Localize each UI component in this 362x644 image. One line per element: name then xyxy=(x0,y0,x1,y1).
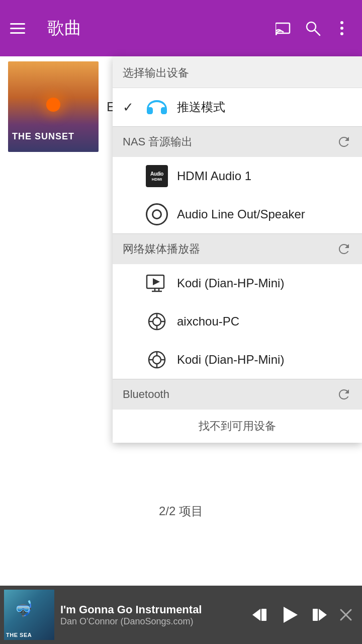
svg-point-6 xyxy=(340,32,343,35)
sync-icon xyxy=(145,309,169,334)
next-button[interactable] xyxy=(306,601,334,629)
svg-rect-28 xyxy=(313,609,318,621)
player-thumb-label: THE SEA xyxy=(4,630,34,640)
svg-marker-24 xyxy=(252,609,260,621)
svg-rect-25 xyxy=(261,609,266,621)
aixchou-item[interactable]: aixchou-PC xyxy=(113,302,362,341)
search-button[interactable] xyxy=(303,18,323,38)
nas-refresh-button[interactable] xyxy=(336,134,352,150)
nas-section-header: NAS 音源输出 xyxy=(113,126,362,157)
player-bar: THE SEA I'm Gonna Go Instrumental Dan O'… xyxy=(0,586,362,644)
main-content: THE SUNSET En la Brisa 选择输出设备 ✓ 推送模式 NAS… xyxy=(0,56,362,586)
kodi2-item[interactable]: Kodi (Dian-HP-Mini) xyxy=(113,341,362,379)
player-info[interactable]: I'm Gonna Go Instrumental Dan O'Connor (… xyxy=(54,603,245,627)
prev-button[interactable] xyxy=(245,601,274,629)
no-device-text: 找不到可用设备 xyxy=(199,420,276,432)
svg-marker-26 xyxy=(284,607,298,623)
player-thumbnail[interactable]: THE SEA xyxy=(4,590,54,640)
bluetooth-refresh-button[interactable] xyxy=(336,386,352,403)
aixchou-label: aixchou-PC xyxy=(177,314,352,329)
app-header: 歌曲 xyxy=(0,0,362,56)
kodi1-label: Kodi (Dian-HP-Mini) xyxy=(177,276,352,290)
network-refresh-button[interactable] xyxy=(336,241,352,257)
headphones-icon xyxy=(145,95,169,119)
network-section-header: 网络媒体播放器 xyxy=(113,233,362,264)
song-thumbnail: THE SUNSET xyxy=(8,61,99,152)
network-section-label: 网络媒体播放器 xyxy=(123,242,200,257)
bluetooth-section-header: Bluetooth xyxy=(113,379,362,410)
kodi1-item[interactable]: Kodi (Dian-HP-Mini) xyxy=(113,264,362,302)
status-text: 2/2 项目 xyxy=(159,504,203,518)
hdmi-audio-item[interactable]: Audio HDMI HDMI Audio 1 xyxy=(113,157,362,195)
sync-icon2 xyxy=(145,348,169,372)
push-mode-item[interactable]: ✓ 推送模式 xyxy=(113,88,362,126)
nas-section-label: NAS 音源输出 xyxy=(123,134,193,149)
player-title: I'm Gonna Go Instrumental xyxy=(60,603,239,616)
lineout-item[interactable]: Audio Line Out/Speaker xyxy=(113,195,362,233)
status-bar: 2/2 项目 xyxy=(0,495,362,527)
lineout-label: Audio Line Out/Speaker xyxy=(177,207,352,221)
play-button[interactable] xyxy=(276,601,304,629)
no-device-message: 找不到可用设备 xyxy=(113,410,362,443)
more-button[interactable] xyxy=(332,18,352,38)
svg-point-19 xyxy=(153,356,161,364)
dropdown-title: 选择输出设备 xyxy=(123,66,189,79)
page-title: 歌曲 xyxy=(47,17,274,40)
player-artist: Dan O'Connor (DanoSongs.com) xyxy=(60,616,239,627)
bluetooth-section-label: Bluetooth xyxy=(123,388,169,401)
cast-button[interactable] xyxy=(274,18,294,38)
push-mode-label: 推送模式 xyxy=(177,99,352,115)
speaker-icon xyxy=(145,202,169,226)
svg-marker-27 xyxy=(319,609,327,621)
svg-point-4 xyxy=(340,21,343,24)
menu-button[interactable] xyxy=(10,17,32,39)
svg-marker-8 xyxy=(153,278,160,285)
song-thumb-label: THE SUNSET xyxy=(12,131,74,142)
close-button[interactable] xyxy=(334,603,358,627)
hdmi-audio-label: HDMI Audio 1 xyxy=(177,169,352,183)
player-controls xyxy=(245,601,334,629)
svg-point-5 xyxy=(340,27,343,30)
check-icon: ✓ xyxy=(123,100,137,115)
output-device-dropdown: 选择输出设备 ✓ 推送模式 NAS 音源输出 xyxy=(113,56,362,443)
screencast-icon xyxy=(145,271,169,295)
dropdown-header: 选择输出设备 xyxy=(113,56,362,88)
svg-line-3 xyxy=(315,30,320,35)
svg-point-13 xyxy=(153,317,161,326)
kodi2-label: Kodi (Dian-HP-Mini) xyxy=(177,353,352,367)
header-actions xyxy=(274,18,352,38)
hdmi-icon: Audio HDMI xyxy=(145,164,169,188)
